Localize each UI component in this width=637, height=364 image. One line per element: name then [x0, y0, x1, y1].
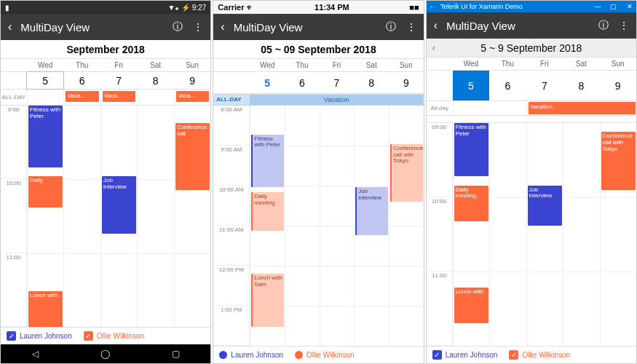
day-column[interactable]: Conference call	[174, 106, 210, 327]
day-cell[interactable]: 8	[354, 72, 389, 93]
info-icon[interactable]: ⓘ	[598, 19, 609, 32]
back-icon[interactable]: ‹	[434, 19, 438, 32]
day-cell[interactable]: 6	[63, 72, 100, 89]
time-label: 1:00 PM	[213, 306, 249, 346]
day-cell[interactable]: 7	[100, 72, 137, 89]
day-cell[interactable]: 7	[526, 71, 563, 100]
day-column[interactable]	[563, 123, 599, 346]
calendar-event[interactable]: Lunch with	[28, 291, 63, 327]
calendar-event[interactable]: Conference call with Tokyo	[390, 144, 423, 202]
back-icon[interactable]: ‹	[221, 20, 224, 33]
allday-event[interactable]: Vacation	[250, 95, 422, 105]
day-column[interactable]: Conference call with Tokyo	[600, 123, 636, 346]
legend-item[interactable]: ✓Lauren Johnson	[7, 331, 72, 341]
calendar-event[interactable]: Job interview	[102, 176, 136, 234]
calendar-event[interactable]: Fitness with Peter	[28, 106, 63, 167]
range-header: ‹ 5 ~ 9 September 2018	[427, 39, 636, 58]
day-column[interactable]	[137, 106, 173, 327]
day-column[interactable]: Job interview	[354, 106, 389, 346]
calendar-event[interactable]: Daily meeting	[251, 192, 284, 231]
status-right: ▼⬥ ⚡ 9:27	[167, 4, 206, 12]
close-icon[interactable]: ✕	[626, 3, 633, 10]
time-label: 9:00	[1, 106, 26, 179]
day-column[interactable]	[489, 123, 526, 346]
calendar-event[interactable]: Lunch with Sam	[251, 274, 284, 327]
day-cell[interactable]: 9	[600, 71, 636, 100]
app-bar: ‹ MultiDay View ⓘ ⋮	[427, 12, 636, 39]
checkbox-icon[interactable]: ✓	[7, 331, 16, 341]
nav-home-icon[interactable]: ◯	[100, 349, 110, 359]
time-label: 10:00	[427, 197, 452, 272]
day-header: Wed Thu Fri Sat Sun	[1, 59, 210, 72]
time-grid[interactable]: 9:0010:0011:00 Fitness with PeterDailyLu…	[1, 106, 210, 327]
day-column[interactable]	[320, 106, 355, 346]
chevron-left-icon[interactable]: ‹	[432, 43, 435, 53]
calendar-event[interactable]: Lunch with	[454, 288, 488, 323]
minimize-icon[interactable]: —	[594, 3, 601, 10]
nav-back-icon[interactable]: ◁	[32, 349, 39, 359]
legend-item[interactable]: Lauren Johnson	[219, 351, 283, 359]
allday-event[interactable]: Vaca...	[66, 91, 98, 102]
allday-event[interactable]: Vaca...	[103, 91, 135, 102]
day-cell[interactable]: 6	[489, 71, 526, 100]
day-cell[interactable]: 5	[250, 72, 285, 93]
android-status-bar: ▮ ▼⬥ ⚡ 9:27	[1, 1, 210, 14]
calendar-event[interactable]: Daily meeting	[454, 186, 488, 221]
calendar-event[interactable]: Fitness with Peter	[251, 135, 284, 188]
windows-panel: ← Telerik UI for Xamarin Demo — ▢ ✕ ‹ Mu…	[426, 0, 637, 364]
nav-recent-icon[interactable]: ▢	[172, 349, 180, 359]
calendar-event[interactable]: Job interview	[528, 186, 562, 226]
time-label: 11:00	[427, 272, 452, 346]
day-column[interactable]	[285, 106, 320, 346]
window-back-icon[interactable]: ←	[430, 3, 436, 10]
back-icon[interactable]: ‹	[8, 20, 12, 33]
allday-event[interactable]: Vaca...	[176, 91, 209, 102]
day-column[interactable]	[63, 106, 100, 327]
maximize-icon[interactable]: ▢	[610, 3, 617, 10]
time-label: 8:00 AM	[213, 106, 249, 146]
time-grid[interactable]: 09:0010:0011:00 Fitness with PeterDaily …	[427, 123, 636, 346]
calendar-event[interactable]: Job interview	[355, 187, 388, 235]
time-label: 12:00 PM	[213, 266, 249, 306]
day-cell[interactable]: 5	[27, 72, 63, 89]
day-numbers: 5 6 7 8 9	[213, 72, 423, 94]
menu-icon[interactable]: ⋮	[619, 20, 629, 31]
android-panel: ▮ ▼⬥ ⚡ 9:27 ‹ MultiDay View ⓘ ⋮ Septembe…	[0, 0, 211, 364]
calendar-event[interactable]: Conference call with Tokyo	[601, 132, 636, 190]
info-icon[interactable]: ⓘ	[386, 20, 396, 33]
day-cell[interactable]: 9	[174, 72, 210, 89]
day-cell[interactable]: 9	[389, 72, 424, 93]
day-cell[interactable]: 6	[285, 72, 320, 93]
menu-icon[interactable]: ⋮	[193, 21, 203, 33]
day-cell[interactable]: 7	[320, 72, 355, 93]
legend: ✓Lauren Johnson ✓Ollie Wilkinson	[427, 346, 636, 363]
legend-item[interactable]: Ollie Wilkinson	[295, 351, 355, 359]
time-grid[interactable]: 8:00 AM9:00 AM10:00 AM11:00 AM12:00 PM1:…	[213, 106, 423, 346]
day-column[interactable]: Job interview	[526, 123, 563, 346]
day-column[interactable]: Job interview	[100, 106, 137, 327]
allday-row: ALL-DAY Vaca...Vaca...Vaca...	[1, 90, 210, 106]
day-column[interactable]: Fitness with PeterDaily meetingLunch wit…	[250, 106, 285, 346]
menu-icon[interactable]: ⋮	[406, 21, 416, 33]
day-cell[interactable]: 5	[453, 71, 489, 100]
app-bar: ‹ MultiDay View ⓘ ⋮	[1, 14, 210, 40]
time-label: 09:00	[427, 123, 452, 197]
day-cell[interactable]: 8	[137, 72, 173, 89]
app-bar: ‹ MultiDay View ⓘ ⋮	[213, 14, 423, 40]
legend-item[interactable]: ✓Lauren Johnson	[432, 350, 498, 360]
allday-event[interactable]: Vacation	[529, 102, 636, 114]
checkbox-icon[interactable]: ✓	[432, 350, 442, 360]
info-icon[interactable]: ⓘ	[173, 20, 183, 33]
day-column[interactable]: Fitness with PeterDaily meetingLunch wit…	[453, 123, 489, 346]
calendar-event[interactable]: Fitness with Peter	[454, 123, 488, 176]
legend-item[interactable]: ✓Ollie Wilkinson	[509, 350, 570, 360]
day-column[interactable]: Conference call with Tokyo	[389, 106, 424, 346]
calendar-event[interactable]: Conference call	[175, 123, 210, 189]
checkbox-icon[interactable]: ✓	[84, 331, 93, 341]
legend-item[interactable]: ✓Ollie Wilkinson	[84, 331, 145, 341]
calendar-event[interactable]: Daily	[28, 176, 63, 207]
day-cell[interactable]: 8	[563, 71, 599, 100]
day-header: Wed Thu Fri Sat Sun	[427, 58, 636, 71]
checkbox-icon[interactable]: ✓	[509, 350, 518, 360]
day-column[interactable]: Fitness with PeterDailyLunch with	[27, 106, 63, 327]
